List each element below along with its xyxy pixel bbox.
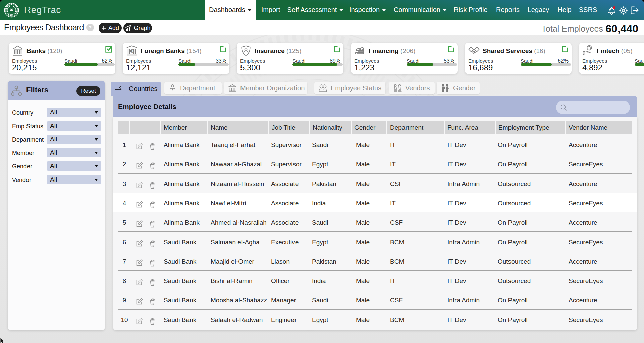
svg-text:€: € [130,48,133,54]
